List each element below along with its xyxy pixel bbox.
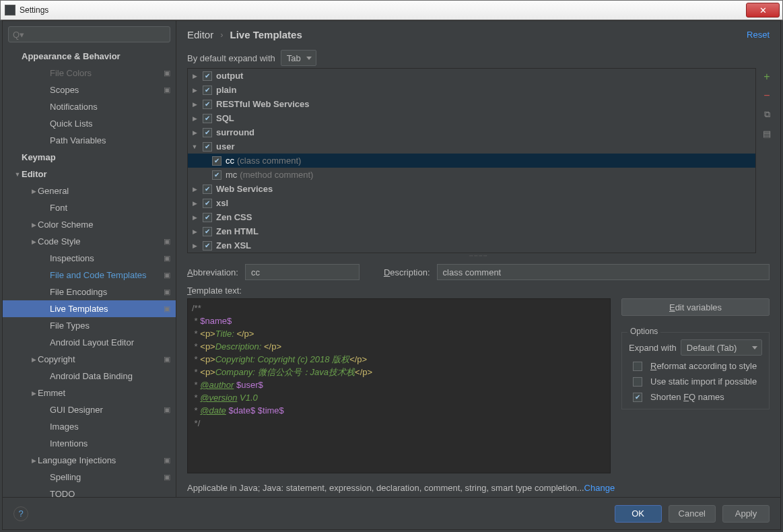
sidebar-item-inspections[interactable]: Inspections▣ <box>3 250 176 267</box>
window-close-button[interactable]: ✕ <box>746 3 780 18</box>
sidebar-item-emmet[interactable]: ▶Emmet <box>3 385 176 401</box>
template-checkbox[interactable] <box>203 213 212 222</box>
template-group-web-services[interactable]: ▶Web Services <box>188 182 755 196</box>
app-icon <box>5 5 15 15</box>
sidebar-item-android-data-binding[interactable]: Android Data Binding <box>3 368 176 385</box>
change-contexts-link[interactable]: Change <box>584 483 615 493</box>
sidebar-item-file-types[interactable]: File Types <box>3 317 176 334</box>
breadcrumb-leaf: Live Templates <box>230 29 302 40</box>
sidebar-item-todo[interactable]: TODO <box>3 486 176 497</box>
template-checkbox[interactable] <box>203 185 212 194</box>
help-button[interactable]: ? <box>13 506 28 521</box>
template-text-editor[interactable]: /** * $name$ * <p>Title: </p> * <p>Descr… <box>187 298 611 473</box>
sidebar-item-notifications[interactable]: Notifications <box>3 98 176 115</box>
sidebar-item-font[interactable]: Font <box>3 199 176 216</box>
template-group-zen-xsl[interactable]: ▶Zen XSL <box>188 238 755 253</box>
template-group-zen-css[interactable]: ▶Zen CSS <box>188 210 755 224</box>
template-checkbox[interactable] <box>203 100 212 109</box>
sidebar-item-appearance-&-behavior[interactable]: Appearance & Behavior <box>3 48 176 65</box>
sidebar-item-intentions[interactable]: Intentions <box>3 435 176 452</box>
sidebar-item-live-templates[interactable]: Live Templates▣ <box>3 300 176 317</box>
project-config-icon: ▣ <box>162 86 172 95</box>
template-group-restful-web-services[interactable]: ▶RESTful Web Services <box>188 97 755 111</box>
sidebar-item-file-colors[interactable]: File Colors▣ <box>3 65 176 81</box>
template-group-zen-html[interactable]: ▶Zen HTML <box>188 224 755 238</box>
abbreviation-label: Abbreviation: <box>187 267 238 277</box>
template-checkbox[interactable] <box>203 86 212 95</box>
project-config-icon: ▣ <box>162 69 172 78</box>
template-checkbox[interactable] <box>203 142 212 152</box>
template-checkbox[interactable] <box>203 71 212 81</box>
project-config-icon: ▣ <box>162 456 172 465</box>
dialog-footer: ? OK Cancel Apply <box>3 497 780 529</box>
breadcrumb-root[interactable]: Editor <box>187 29 213 40</box>
expand-with-combo[interactable]: Tab <box>281 50 316 66</box>
settings-search-input[interactable] <box>8 26 170 42</box>
expand-with-opt-label: Expand with <box>629 343 677 353</box>
shorten-fq-label: Shorten FQ names <box>650 392 724 402</box>
sidebar-item-file-encodings[interactable]: File Encodings▣ <box>3 284 176 300</box>
sidebar-item-language-injections[interactable]: ▶Language Injections▣ <box>3 452 176 469</box>
template-group-output[interactable]: ▶output <box>188 69 755 83</box>
sidebar-item-path-variables[interactable]: Path Variables <box>3 132 176 149</box>
sidebar-item-copyright[interactable]: ▶Copyright▣ <box>3 351 176 368</box>
sidebar-item-code-style[interactable]: ▶Code Style▣ <box>3 233 176 250</box>
copy-template-button[interactable]: ⧉ <box>761 108 773 121</box>
sidebar-item-gui-designer[interactable]: GUI Designer▣ <box>3 401 176 418</box>
settings-dialog: Appearance & BehaviorFile Colors▣Scopes▣… <box>2 20 781 530</box>
project-config-icon: ▣ <box>162 254 172 263</box>
template-checkbox[interactable] <box>203 114 212 123</box>
template-group-surround[interactable]: ▶surround <box>188 125 755 139</box>
template-group-list[interactable]: ▶output▶plain▶RESTful Web Services▶SQL▶s… <box>187 68 756 253</box>
static-import-checkbox[interactable] <box>633 377 642 387</box>
template-checkbox[interactable] <box>203 128 212 137</box>
sidebar-item-file-and-code-templates[interactable]: File and Code Templates▣ <box>3 267 176 284</box>
expand-with-opt-combo[interactable]: Default (Tab) <box>681 339 762 356</box>
template-item-cc[interactable]: cc(class comment) <box>188 154 755 168</box>
edit-variables-button[interactable]: Edit variables <box>621 298 770 316</box>
template-group-xsl[interactable]: ▶xsl <box>188 196 755 210</box>
template-group-sql[interactable]: ▶SQL <box>188 111 755 125</box>
sidebar-item-spelling[interactable]: Spelling▣ <box>3 469 176 486</box>
add-template-button[interactable]: + <box>761 71 773 83</box>
applicable-contexts: Applicable in Java; Java: statement, exp… <box>176 479 780 497</box>
more-template-button[interactable]: ▤ <box>761 127 773 139</box>
project-config-icon: ▣ <box>162 304 172 314</box>
sidebar-item-editor[interactable]: ▼Editor <box>3 166 176 182</box>
sidebar-item-keymap[interactable]: Keymap <box>3 149 176 166</box>
description-input[interactable] <box>437 264 770 280</box>
sidebar-item-images[interactable]: Images <box>3 418 176 435</box>
sidebar-item-color-scheme[interactable]: ▶Color Scheme <box>3 216 176 233</box>
project-config-icon: ▣ <box>162 271 172 280</box>
shorten-fq-checkbox[interactable] <box>633 393 642 402</box>
reset-link[interactable]: Reset <box>747 30 770 40</box>
template-group-user[interactable]: ▼user <box>188 139 755 154</box>
sidebar-item-scopes[interactable]: Scopes▣ <box>3 81 176 98</box>
template-checkbox[interactable] <box>203 241 212 251</box>
sidebar-item-quick-lists[interactable]: Quick Lists <box>3 115 176 132</box>
abbreviation-input[interactable] <box>245 264 360 280</box>
sidebar-item-android-layout-editor[interactable]: Android Layout Editor <box>3 334 176 351</box>
project-config-icon: ▣ <box>162 355 172 364</box>
project-config-icon: ▣ <box>162 473 172 482</box>
project-config-icon: ▣ <box>162 405 172 415</box>
reformat-checkbox[interactable] <box>633 362 642 371</box>
titlebar: Settings ✕ <box>0 0 783 20</box>
sidebar-item-general[interactable]: ▶General <box>3 182 176 199</box>
apply-button[interactable]: Apply <box>722 505 770 523</box>
settings-sidebar: Appearance & BehaviorFile Colors▣Scopes▣… <box>3 21 176 497</box>
template-checkbox[interactable] <box>203 199 212 208</box>
settings-tree[interactable]: Appearance & BehaviorFile Colors▣Scopes▣… <box>3 48 176 497</box>
template-checkbox[interactable] <box>212 170 222 180</box>
options-title: Options <box>627 327 660 336</box>
cancel-button[interactable]: Cancel <box>669 505 716 523</box>
ok-button[interactable]: OK <box>615 505 662 523</box>
window-title: Settings <box>20 5 48 15</box>
template-item-mc[interactable]: mc(method comment) <box>188 168 755 182</box>
splitter-grip[interactable]: ┄┄┄┄ <box>176 253 780 259</box>
template-group-plain[interactable]: ▶plain <box>188 83 755 97</box>
remove-template-button[interactable]: − <box>761 90 773 102</box>
template-checkbox[interactable] <box>212 156 222 166</box>
static-import-label: Use static import if possible <box>650 376 757 387</box>
template-checkbox[interactable] <box>203 227 212 236</box>
